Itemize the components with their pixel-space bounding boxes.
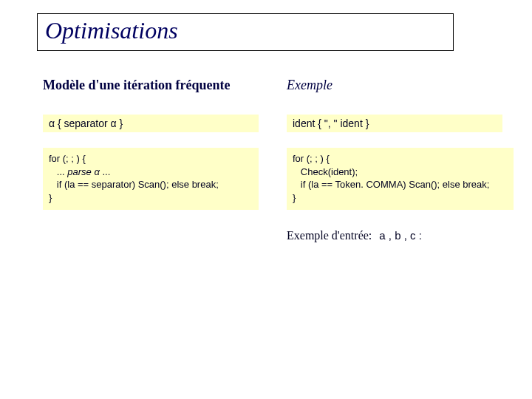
- code-line: }: [293, 192, 296, 203]
- code-line: }: [49, 192, 52, 203]
- code-line: for (; ; ) {: [293, 153, 330, 164]
- left-grammar: α { separator α }: [43, 115, 259, 132]
- slide-title: Optimisations: [45, 17, 178, 44]
- slide: Optimisations Modèle d'une itération fré…: [0, 0, 532, 399]
- code-line: if (la == separator) Scan(); else break;: [49, 179, 219, 190]
- left-heading: Modèle d'une itération fréquente: [43, 78, 230, 93]
- code-line: for (; ; ) {: [49, 153, 86, 164]
- left-code: for (; ; ) { ... parse α ... if (la == s…: [43, 148, 259, 210]
- right-grammar: ident { ", " ident }: [287, 115, 502, 132]
- code-line: ... parse α ...: [49, 166, 110, 177]
- sample-label: Exemple d'entrée:: [287, 229, 372, 242]
- title-box: Optimisations: [37, 13, 454, 51]
- sample-line: Exemple d'entrée: a , b , c :: [287, 229, 422, 242]
- right-code: for (; ; ) { Check(ident); if (la == Tok…: [287, 148, 514, 210]
- code-line: if (la == Token. COMMA) Scan(); else bre…: [293, 179, 489, 190]
- sample-value: a , b , c :: [379, 229, 422, 242]
- right-heading: Exemple: [287, 78, 332, 93]
- code-line: Check(ident);: [293, 166, 358, 177]
